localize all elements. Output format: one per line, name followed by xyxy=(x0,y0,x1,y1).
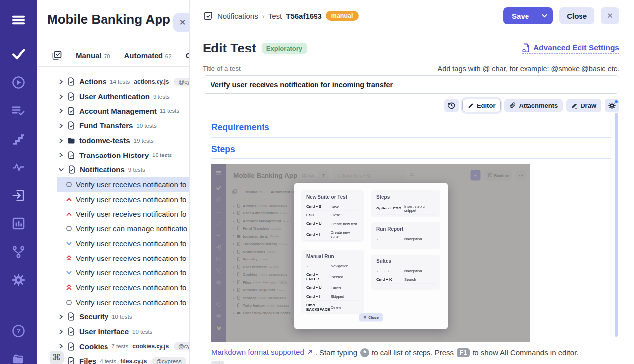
breadcrumb: Notifications › Test T56af1693 manual xyxy=(203,11,359,21)
projects-folder-icon[interactable] xyxy=(11,352,26,364)
test-label: Verify user receives notification fo xyxy=(76,195,186,204)
gear-icon xyxy=(608,102,616,109)
draw-tab-button[interactable]: Draw xyxy=(566,99,601,112)
suite-file-name: files.cy.js xyxy=(120,358,147,364)
tree-suite-row[interactable]: Notifications9 tests xyxy=(57,162,190,177)
shortcut-row: Cmd + ICreate new suite xyxy=(306,228,359,241)
tree-suite-row[interactable]: Files4 testsfiles.cy.js@cypress xyxy=(57,354,190,364)
shortcut-group-title: Suites xyxy=(376,259,435,264)
save-caret-icon[interactable] xyxy=(536,14,553,18)
dismiss-button[interactable]: ✕ xyxy=(601,7,619,24)
shortcut-row: ↓ ↑ → ←Navigation xyxy=(376,266,435,275)
shortcut-keys: ESC xyxy=(306,213,331,217)
steps-icon[interactable] xyxy=(11,131,26,146)
close-button[interactable]: Close xyxy=(559,7,594,24)
test-label: Verify user receives notification fo xyxy=(76,239,186,248)
tree-suite-row[interactable]: Actions14 testsactions.cy.js@cypress xyxy=(57,74,190,89)
sidebar-tab-ou[interactable]: Ou xyxy=(186,52,190,60)
tree-test-row[interactable]: Verify user receives notification fo xyxy=(57,251,190,265)
title-field-label: Title of a test xyxy=(203,65,241,73)
breadcrumb-test-id[interactable]: T56af1693 xyxy=(286,12,322,20)
shortcut-action: Create new test xyxy=(331,221,357,226)
editor-tab-button[interactable]: Editor xyxy=(462,99,501,112)
tab-count: 70 xyxy=(104,53,110,59)
history-button[interactable] xyxy=(444,99,459,112)
suite-label: Notifications xyxy=(80,165,125,174)
suite-label: User Interface xyxy=(79,327,129,336)
tests-check-icon[interactable] xyxy=(11,47,26,61)
markdown-supported-link[interactable]: Markdown format supported xyxy=(211,348,313,357)
shortcut-row: Cmd + SSave xyxy=(306,202,359,211)
suite-tag-badge: @cypress xyxy=(152,357,186,364)
tree-suite-row[interactable]: User Interface10 tests xyxy=(57,324,190,339)
test-title-input[interactable] xyxy=(203,75,619,94)
git-branch-icon[interactable] xyxy=(11,244,26,259)
project-title: Mobile Banking App xyxy=(47,12,170,27)
task-check-icon xyxy=(203,11,213,21)
test-type-badge: Exploratory xyxy=(262,43,307,54)
save-button[interactable]: Save xyxy=(503,7,553,24)
menu-icon[interactable] xyxy=(11,12,26,27)
tree-suite-row[interactable]: User Authentication9 tests xyxy=(57,89,190,104)
advanced-edit-settings-link[interactable]: Advanced Edit Settings xyxy=(522,43,619,54)
tree-test-row[interactable]: Verify user receives notification fo xyxy=(57,177,190,192)
sidebar-close-button[interactable]: ✕ xyxy=(173,13,190,32)
footer-text-3: to show All Commands in editor. xyxy=(473,348,578,357)
priority-low-icon xyxy=(66,240,72,247)
suite-label: Files xyxy=(79,357,96,364)
tree-test-row[interactable]: Verify user receives notification fo xyxy=(57,236,190,251)
chevron-right-icon xyxy=(58,123,64,129)
tree-test-row[interactable]: Verify user receives notification fo xyxy=(57,280,190,295)
tree-test-row[interactable]: Verify user receives notification fo xyxy=(57,207,190,221)
suite-test-count: 4 tests xyxy=(100,358,116,364)
shortcut-keys: Cmd + S xyxy=(306,204,331,208)
tree-suite-row[interactable]: Security10 tests xyxy=(57,310,190,324)
sidebar-tab-manual[interactable]: Manual70 xyxy=(76,52,110,60)
suite-test-count: 10 tests xyxy=(112,314,132,320)
shortcut-action: Failed xyxy=(331,285,341,290)
settings-gear-icon[interactable] xyxy=(11,272,26,287)
footer-command-key-badge[interactable]: ⌘ xyxy=(211,361,224,364)
test-plans-icon[interactable] xyxy=(11,103,26,118)
test-file-icon xyxy=(67,342,75,351)
suite-label: Security xyxy=(79,312,108,321)
shortcut-group: Suites↓ ↑ → ←NavigationCmd + KSearch xyxy=(371,255,440,290)
sidebar-tab-automated[interactable]: Automated62 xyxy=(124,52,171,60)
shortcut-action: Navigation xyxy=(331,263,348,268)
f1-key-badge: F1 xyxy=(457,348,470,357)
tree-suite-row[interactable]: Transaction History10 tests xyxy=(57,148,190,162)
tree-suite-row[interactable]: Cookies7 testscookies.cy.js@cypress xyxy=(57,339,190,354)
pulse-icon[interactable] xyxy=(11,159,26,174)
sign-in-icon[interactable] xyxy=(11,188,26,203)
tree-suite-row[interactable]: Account Management11 tests xyxy=(57,104,190,118)
priority-normal-icon xyxy=(66,299,72,306)
suite-test-count: 11 tests xyxy=(160,108,179,114)
test-file-icon xyxy=(67,327,75,336)
multi-check-icon xyxy=(52,51,62,60)
test-file-icon xyxy=(68,165,76,174)
test-file-icon xyxy=(67,312,75,321)
tree-test-row[interactable]: Verify user receives notification fo xyxy=(57,192,190,207)
editor-settings-button[interactable] xyxy=(605,99,619,112)
tree-test-row[interactable]: Verify user can manage notificatio xyxy=(57,221,190,236)
attachments-tab-button[interactable]: Attachments xyxy=(504,99,563,112)
shortcut-action: Skipped xyxy=(331,294,344,299)
tree-suite-row[interactable]: todomvc-tests19 tests xyxy=(57,133,190,148)
steps-screenshot-attachment[interactable]: ? T Mobile Banking App 132 tests Search … xyxy=(211,164,530,342)
paperclip-icon xyxy=(509,102,516,109)
tree-test-row[interactable]: Verify user receives notification fo xyxy=(57,295,190,310)
help-icon[interactable]: ? xyxy=(11,323,26,338)
tree-test-row[interactable]: Verify user receives notification fo xyxy=(57,265,190,280)
content-scrollbar[interactable] xyxy=(615,113,618,337)
runs-play-icon[interactable] xyxy=(11,75,26,90)
requirements-section-header[interactable]: Requirements xyxy=(211,122,611,138)
analytics-icon[interactable] xyxy=(11,216,26,231)
tree-suite-row[interactable]: Fund Transfers10 tests xyxy=(57,118,190,133)
breadcrumb-section[interactable]: Notifications xyxy=(217,12,258,20)
suite-label: Fund Transfers xyxy=(79,121,133,130)
suite-test-count: 9 tests xyxy=(153,94,170,100)
steps-section-header[interactable]: Steps xyxy=(211,144,611,159)
command-key-badge[interactable]: ⌘ xyxy=(50,351,64,364)
history-icon xyxy=(448,102,455,109)
test-label: Verify user can manage notificatio xyxy=(76,224,187,233)
